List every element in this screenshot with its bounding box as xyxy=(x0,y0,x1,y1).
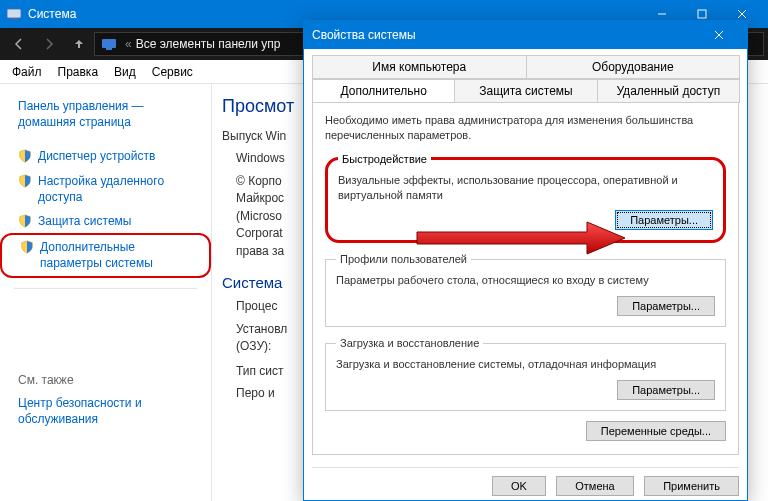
svg-rect-6 xyxy=(102,39,116,48)
menu-file[interactable]: Файл xyxy=(4,62,50,82)
tabs-row-1: Имя компьютера Оборудование xyxy=(312,55,739,79)
env-variables-button[interactable]: Переменные среды... xyxy=(586,421,726,441)
performance-settings-button[interactable]: Параметры... xyxy=(615,210,713,230)
back-button[interactable] xyxy=(4,30,34,58)
sidebar-item-advanced[interactable]: Дополнительные параметры системы xyxy=(0,233,211,277)
menu-view[interactable]: Вид xyxy=(106,62,144,82)
shield-icon xyxy=(18,149,32,163)
menu-tools[interactable]: Сервис xyxy=(144,62,201,82)
sidebar-item-label: Защита системы xyxy=(38,213,131,229)
profiles-group: Профили пользователей Параметры рабочего… xyxy=(325,253,726,327)
sidebar-item-label: Диспетчер устройств xyxy=(38,148,155,164)
svg-rect-0 xyxy=(7,9,21,18)
dialog-title: Свойства системы xyxy=(312,28,416,42)
sidebar-item-label: Панель управления — домашняя страница xyxy=(18,98,201,130)
parent-title: Система xyxy=(28,7,76,21)
performance-desc: Визуальные эффекты, использование процес… xyxy=(338,173,713,203)
profiles-desc: Параметры рабочего стола, относящиеся ко… xyxy=(336,273,715,288)
dialog-close-button[interactable] xyxy=(699,21,739,49)
systype-label: Тип сист xyxy=(236,364,284,378)
windows-label: Windows xyxy=(236,151,285,165)
sidebar-item-remote[interactable]: Настройка удаленного доступа xyxy=(0,169,211,209)
shield-icon xyxy=(20,240,34,254)
sidebar: Панель управления — домашняя страница Ди… xyxy=(0,84,212,501)
profiles-settings-button[interactable]: Параметры... xyxy=(617,296,715,316)
cancel-button[interactable]: Отмена xyxy=(556,476,633,496)
performance-legend: Быстродействие xyxy=(338,153,431,165)
sidebar-item-label: Дополнительные параметры системы xyxy=(40,239,199,271)
tabs-row-2: Дополнительно Защита системы Удаленный д… xyxy=(312,79,739,103)
startup-legend: Загрузка и восстановление xyxy=(336,337,483,349)
sidebar-item-security-center[interactable]: Центр безопасности и обслуживания xyxy=(0,391,211,431)
shield-icon xyxy=(18,174,32,188)
tab-hardware[interactable]: Оборудование xyxy=(526,55,741,79)
startup-desc: Загрузка и восстановление системы, отлад… xyxy=(336,357,715,372)
copyright-text: © Корпо Майкрос (Microso Corporat права … xyxy=(236,174,284,258)
apply-button[interactable]: Применить xyxy=(644,476,739,496)
forward-button[interactable] xyxy=(34,30,64,58)
system-icon xyxy=(6,6,22,22)
control-panel-icon xyxy=(101,36,117,52)
menu-edit[interactable]: Правка xyxy=(50,62,107,82)
performance-group: Быстродействие Визуальные эффекты, испол… xyxy=(325,153,726,244)
shield-icon xyxy=(18,214,32,228)
dialog-body: Необходимо иметь права администратора дл… xyxy=(312,102,739,455)
profiles-legend: Профили пользователей xyxy=(336,253,471,265)
dialog-footer: OK Отмена Применить xyxy=(312,467,739,500)
sidebar-item-protection[interactable]: Защита системы xyxy=(0,209,211,233)
startup-group: Загрузка и восстановление Загрузка и вос… xyxy=(325,337,726,411)
svg-rect-1 xyxy=(11,18,17,20)
tab-protection[interactable]: Защита системы xyxy=(454,79,597,103)
svg-rect-7 xyxy=(106,48,112,50)
dialog-titlebar: Свойства системы xyxy=(304,21,747,49)
tab-computer-name[interactable]: Имя компьютера xyxy=(312,55,527,79)
admin-note: Необходимо иметь права администратора дл… xyxy=(325,113,726,143)
breadcrumb-text: Все элементы панели упр xyxy=(136,37,281,51)
edition-label: Выпуск Win xyxy=(222,129,286,143)
up-button[interactable] xyxy=(64,30,94,58)
tab-remote[interactable]: Удаленный доступ xyxy=(597,79,740,103)
sidebar-item-device-manager[interactable]: Диспетчер устройств xyxy=(0,144,211,168)
sidebar-item-home[interactable]: Панель управления — домашняя страница xyxy=(0,94,211,134)
ram-label: Установл (ОЗУ): xyxy=(236,322,287,353)
svg-rect-3 xyxy=(698,10,706,18)
pen-label: Перо и xyxy=(236,386,275,400)
startup-settings-button[interactable]: Параметры... xyxy=(617,380,715,400)
ok-button[interactable]: OK xyxy=(492,476,546,496)
tab-advanced[interactable]: Дополнительно xyxy=(312,79,455,103)
sidebar-item-label: Центр безопасности и обслуживания xyxy=(18,395,201,427)
system-properties-dialog: Свойства системы Имя компьютера Оборудов… xyxy=(303,20,748,501)
chevron-left-icon: « xyxy=(125,37,132,51)
sidebar-item-label: Настройка удаленного доступа xyxy=(38,173,201,205)
related-heading: См. также xyxy=(0,369,211,391)
processor-label: Процес xyxy=(236,299,277,313)
